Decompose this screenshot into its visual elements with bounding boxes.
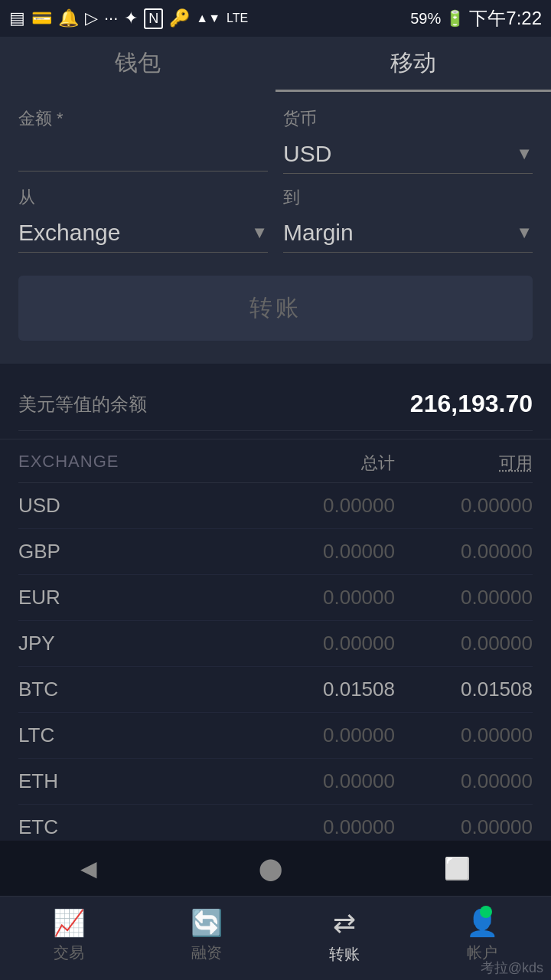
currency-name: JPY bbox=[18, 632, 110, 655]
currency-total: 0.00000 bbox=[303, 494, 395, 518]
currency-available: 0.00000 bbox=[441, 540, 533, 564]
nav-trade-label: 交易 bbox=[54, 942, 84, 963]
status-bar: ▤ 💳 🔔 ▷ ··· ✦ N 🔑 ▲▼ LTE 59% 🔋 下午7:22 bbox=[0, 0, 551, 37]
to-select[interactable]: Margin ▼ bbox=[283, 214, 533, 253]
currency-name: ETH bbox=[18, 769, 110, 793]
from-value: Exchange bbox=[18, 220, 120, 246]
tab-wallet-label: 钱包 bbox=[115, 47, 161, 79]
send-icon: ▷ bbox=[85, 8, 98, 28]
currency-group: 货币 USD ▼ bbox=[283, 107, 533, 174]
currency-available: 0.00000 bbox=[441, 815, 533, 839]
currency-total: 0.00000 bbox=[303, 769, 395, 793]
nfc-icon: N bbox=[144, 8, 163, 29]
form-top-row: 金额 * 货币 USD ▼ bbox=[18, 107, 533, 174]
balance-label: 美元等值的余额 bbox=[18, 392, 147, 416]
table-row: GBP 0.00000 0.00000 bbox=[18, 529, 533, 575]
currency-name: LTC bbox=[18, 724, 110, 747]
currency-arrow-icon: ▼ bbox=[516, 144, 533, 164]
balance-section: 美元等值的余额 216,193.70 bbox=[0, 373, 551, 439]
nav-account[interactable]: 👤 帐户 bbox=[413, 907, 551, 963]
currency-total: 0.00000 bbox=[303, 815, 395, 839]
table-row: JPY 0.00000 0.00000 bbox=[18, 621, 533, 667]
back-button[interactable]: ◀ bbox=[80, 856, 97, 881]
to-label: 到 bbox=[283, 186, 533, 209]
battery-icon: 🔋 bbox=[445, 9, 465, 28]
from-arrow-icon: ▼ bbox=[251, 223, 268, 243]
recents-button[interactable]: ⬜ bbox=[444, 856, 471, 881]
currency-available: 0.00000 bbox=[441, 586, 533, 609]
currency-available: 0.00000 bbox=[441, 769, 533, 793]
sim-icon: ▤ bbox=[9, 8, 25, 28]
currency-total: 0.00000 bbox=[303, 724, 395, 747]
trade-icon: 📈 bbox=[53, 907, 85, 938]
tab-mobile-label: 移动 bbox=[390, 47, 436, 79]
currency-name: ETC bbox=[18, 815, 110, 839]
currency-value-pair: 0.00000 0.00000 bbox=[303, 586, 533, 609]
tab-mobile[interactable]: 移动 bbox=[276, 37, 551, 92]
table-row: ETH 0.00000 0.00000 bbox=[18, 759, 533, 805]
bluetooth-icon: ✦ bbox=[124, 8, 138, 28]
currency-value-pair: 0.01508 0.01508 bbox=[303, 678, 533, 701]
balance-value: 216,193.70 bbox=[410, 390, 533, 418]
nav-trade[interactable]: 📈 交易 bbox=[0, 907, 138, 963]
lte-label: LTE bbox=[227, 11, 248, 25]
online-status-dot bbox=[480, 906, 492, 918]
time-display: 下午7:22 bbox=[469, 6, 542, 31]
status-right: 59% 🔋 下午7:22 bbox=[410, 6, 542, 31]
wallet-icon: 💳 bbox=[31, 8, 52, 28]
home-button[interactable]: ⬤ bbox=[259, 856, 282, 881]
nav-transfer[interactable]: ⇄ 转账 bbox=[276, 907, 413, 965]
nav-finance[interactable]: 🔄 融资 bbox=[138, 907, 276, 963]
currency-value-pair: 0.00000 0.00000 bbox=[303, 724, 533, 747]
table-row: LTC 0.00000 0.00000 bbox=[18, 713, 533, 759]
from-select[interactable]: Exchange ▼ bbox=[18, 214, 268, 253]
currency-name: BTC bbox=[18, 678, 110, 701]
currency-name: GBP bbox=[18, 540, 110, 564]
available-column-header: 可用 bbox=[441, 452, 533, 475]
currency-total: 0.00000 bbox=[303, 540, 395, 564]
to-arrow-icon: ▼ bbox=[516, 223, 533, 243]
from-label: 从 bbox=[18, 186, 268, 209]
amount-label: 金额 * bbox=[18, 107, 268, 130]
currency-value-pair: 0.00000 0.00000 bbox=[303, 632, 533, 655]
transfer-button[interactable]: 转账 bbox=[18, 276, 533, 341]
status-left: ▤ 💳 🔔 ▷ ··· ✦ N 🔑 ▲▼ LTE bbox=[9, 8, 248, 29]
tab-wallet[interactable]: 钱包 bbox=[0, 37, 276, 92]
more-icon: ··· bbox=[104, 8, 118, 28]
currency-total: 0.00000 bbox=[303, 632, 395, 655]
balance-row: 美元等值的余额 216,193.70 bbox=[18, 390, 533, 431]
system-nav-bar: ◀ ⬤ ⬜ bbox=[0, 841, 551, 896]
currency-value-pair: 0.00000 0.00000 bbox=[303, 769, 533, 793]
to-value: Margin bbox=[283, 220, 354, 246]
from-group: 从 Exchange ▼ bbox=[18, 186, 268, 253]
exchange-header: EXCHANGE 总计 可用 bbox=[18, 439, 533, 483]
currency-value: USD bbox=[283, 141, 331, 167]
currency-name: EUR bbox=[18, 586, 110, 609]
to-group: 到 Margin ▼ bbox=[283, 186, 533, 253]
currency-value-pair: 0.00000 0.00000 bbox=[303, 815, 533, 839]
bottom-navigation: 📈 交易 🔄 融资 ⇄ 转账 👤 帐户 bbox=[0, 896, 551, 980]
amount-group: 金额 * bbox=[18, 107, 268, 174]
exchange-column-headers: 总计 可用 bbox=[303, 452, 533, 475]
currency-available: 0.00000 bbox=[441, 632, 533, 655]
finance-icon: 🔄 bbox=[191, 907, 223, 938]
transfer-icon: ⇄ bbox=[333, 907, 356, 939]
currency-value-pair: 0.00000 0.00000 bbox=[303, 494, 533, 518]
currency-select[interactable]: USD ▼ bbox=[283, 135, 533, 174]
currency-total: 0.01508 bbox=[303, 678, 395, 701]
currency-label: 货币 bbox=[283, 107, 533, 130]
currency-name: USD bbox=[18, 494, 110, 518]
watermark: 考拉@kds bbox=[481, 959, 543, 977]
nav-transfer-label: 转账 bbox=[329, 944, 360, 965]
bell-icon: 🔔 bbox=[58, 8, 79, 28]
battery-percent: 59% bbox=[410, 10, 441, 28]
section-divider bbox=[0, 364, 551, 373]
currency-available: 0.01508 bbox=[441, 678, 533, 701]
table-row: BTC 0.01508 0.01508 bbox=[18, 667, 533, 713]
transfer-form: 金额 * 货币 USD ▼ 从 Exchange ▼ 到 Margin ▼ bbox=[0, 92, 551, 364]
signal-icon: ▲▼ bbox=[196, 11, 220, 25]
tab-bar: 钱包 移动 bbox=[0, 37, 551, 92]
amount-input[interactable] bbox=[18, 135, 268, 172]
table-row: USD 0.00000 0.00000 bbox=[18, 483, 533, 529]
currency-available: 0.00000 bbox=[441, 494, 533, 518]
